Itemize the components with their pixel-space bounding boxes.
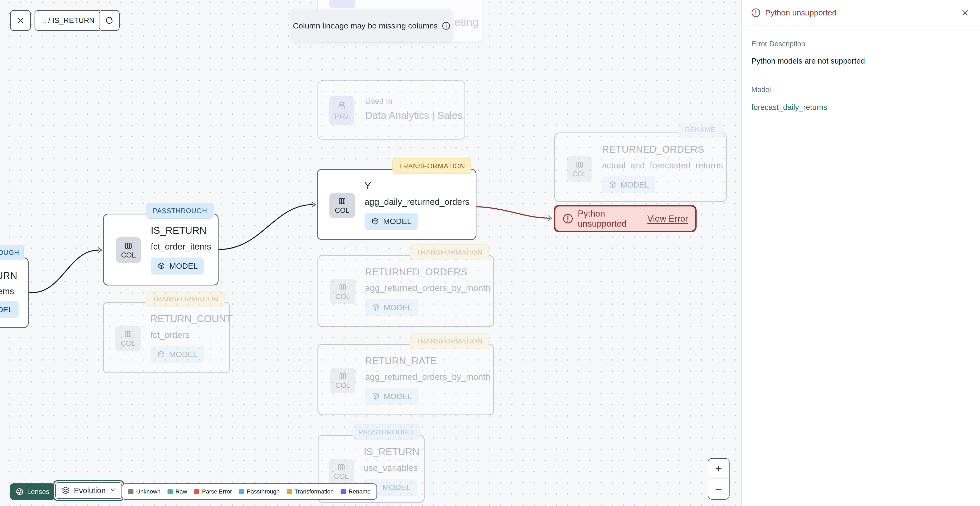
model-chip: MODEL — [365, 299, 418, 316]
legend-label: Passthrough — [247, 488, 280, 495]
legend-label: Transformation — [294, 488, 334, 495]
legend-item: Parse Error — [194, 488, 232, 495]
column-badge-label: COL — [335, 293, 350, 301]
columns-icon — [338, 371, 347, 381]
column-badge-label: COL — [334, 472, 349, 481]
cube-icon — [371, 303, 380, 312]
legend-swatch — [128, 489, 134, 494]
edge-fct-order-items-to-agg-daily — [218, 204, 313, 249]
legend-swatch — [239, 489, 244, 494]
lens-select[interactable]: Evolution — [55, 482, 122, 499]
node-fct-order-items[interactable]: PASSTHROUGH COL IS_RETURN fct_order_item… — [103, 214, 218, 286]
project-badge: PRJ — [329, 96, 355, 125]
column-badge-label: COL — [121, 251, 136, 259]
node-subtitle: agg_returned_orders_by_month — [365, 283, 490, 293]
rename-badge: RENAME — [678, 121, 722, 137]
refresh-button[interactable] — [99, 10, 119, 31]
project-badge-label: PRJ — [335, 112, 349, 121]
legend-item: Rename — [340, 488, 371, 495]
error-node-python-unsupported[interactable]: Python unsupported View Error — [554, 205, 697, 232]
panel-title: Python unsupported — [765, 8, 837, 17]
refresh-icon — [105, 16, 114, 25]
legend-label: Rename — [348, 488, 371, 495]
transformation-badge: TRANSFORMATION — [410, 333, 489, 349]
model-chip: MODEL — [602, 176, 655, 193]
arrowhead-icon — [98, 247, 102, 253]
zoom-controls: + − — [708, 458, 730, 500]
column-badge-label: COL — [121, 340, 135, 348]
info-icon[interactable] — [442, 21, 451, 30]
column-badge: COL — [329, 193, 355, 218]
legend-label: Parse Error — [202, 488, 232, 495]
model-chip-label: MODEL — [383, 217, 412, 226]
columns-icon — [337, 462, 346, 472]
panel-header: Python unsupported — [742, 0, 980, 26]
transformation-badge: TRANSFORMATION — [146, 291, 225, 307]
chevron-down-icon — [109, 486, 116, 495]
view-error-link[interactable]: View Error — [648, 214, 688, 224]
lenses-label: Lenses — [27, 488, 49, 496]
zoom-out-button[interactable]: − — [708, 479, 729, 499]
error-detail-panel: Python unsupported Error Description Pyt… — [741, 0, 980, 506]
column-badge: COL — [116, 237, 141, 263]
cube-icon — [608, 180, 617, 189]
columns-icon — [575, 160, 584, 169]
node-agg-daily-returned-orders[interactable]: TRANSFORMATION COL Y agg_daily_returned_… — [317, 169, 476, 240]
column-badge-label: COL — [335, 381, 350, 390]
lenses-button[interactable]: Lenses — [10, 484, 55, 500]
model-chip-label: MODEL — [383, 392, 412, 401]
transformation-badge: TRANSFORMATION — [410, 244, 489, 260]
panel-close-button[interactable] — [959, 7, 971, 19]
passthrough-badge: OUGH — [0, 245, 24, 260]
model-label: Model — [751, 86, 970, 94]
column-badge: COL — [330, 368, 355, 393]
aperture-icon — [16, 487, 24, 496]
node-subtitle: use_variables — [364, 463, 418, 473]
zoom-in-button[interactable]: + — [708, 459, 729, 479]
model-chip-label: MODEL — [383, 303, 412, 312]
passthrough-badge: PASSTHROUGH — [146, 203, 213, 219]
warning-icon — [562, 213, 573, 224]
legend-item: Passthrough — [239, 488, 280, 495]
node-subtitle: actual_and_forecasted_returns — [602, 160, 723, 171]
node-subtitle: agg_returned_orders_by_month — [365, 372, 490, 382]
edge-partial-to-fct-order-items — [29, 250, 99, 293]
legend-item: Transformation — [286, 488, 334, 495]
transformation-badge: TRANSFORMATION — [393, 158, 471, 174]
columns-icon — [338, 283, 347, 292]
lineage-canvas[interactable]: eting OUGH URN ems DEL PASSTHROUGH COL I… — [0, 0, 741, 506]
column-badge-label: COL — [335, 206, 350, 215]
model-chip-label: MODEL — [169, 350, 197, 359]
legend-swatch — [286, 489, 292, 494]
legend-label: Unknown — [136, 488, 161, 495]
legend-swatch — [340, 489, 346, 494]
lineage-warning-banner: Column lineage may be missing columns — [290, 10, 453, 42]
breadcrumb[interactable]: .. / IS_RETURN — [35, 10, 102, 31]
columns-icon — [124, 241, 133, 251]
node-title: RETURN_COUNT — [151, 313, 232, 324]
node-subtitle-fragment: ems — [0, 286, 14, 296]
lens-select-value: Evolution — [74, 486, 105, 495]
lens-legend: UnknownRawParse ErrorPassthroughTransfor… — [122, 484, 377, 500]
node-subtitle: agg_daily_returned_orders — [364, 197, 469, 207]
project-icon — [337, 101, 347, 111]
node-title: Y — [364, 180, 371, 192]
cube-icon — [157, 262, 165, 270]
node-title: IS_RETURN — [151, 225, 207, 236]
model-chip: MODEL — [364, 213, 418, 230]
column-badge: COL — [329, 459, 354, 484]
arrowhead-icon — [312, 202, 315, 207]
project-badge — [329, 0, 355, 8]
banner-text: Column lineage may be missing columns — [293, 21, 438, 30]
column-badge: COL — [567, 156, 592, 182]
model-chip-label: MODEL — [382, 483, 411, 492]
node-title: Used In — [365, 97, 393, 105]
edge-agg-daily-to-error — [476, 207, 550, 218]
node-subtitle: fct_order_items — [151, 241, 211, 252]
close-lineage-button[interactable] — [10, 10, 31, 31]
model-chip: MODEL — [365, 388, 418, 405]
columns-icon — [337, 196, 347, 206]
legend-item: Raw — [167, 488, 187, 495]
model-link[interactable]: forecast_daily_returns — [751, 103, 827, 112]
model-chip: MODEL — [151, 257, 204, 275]
